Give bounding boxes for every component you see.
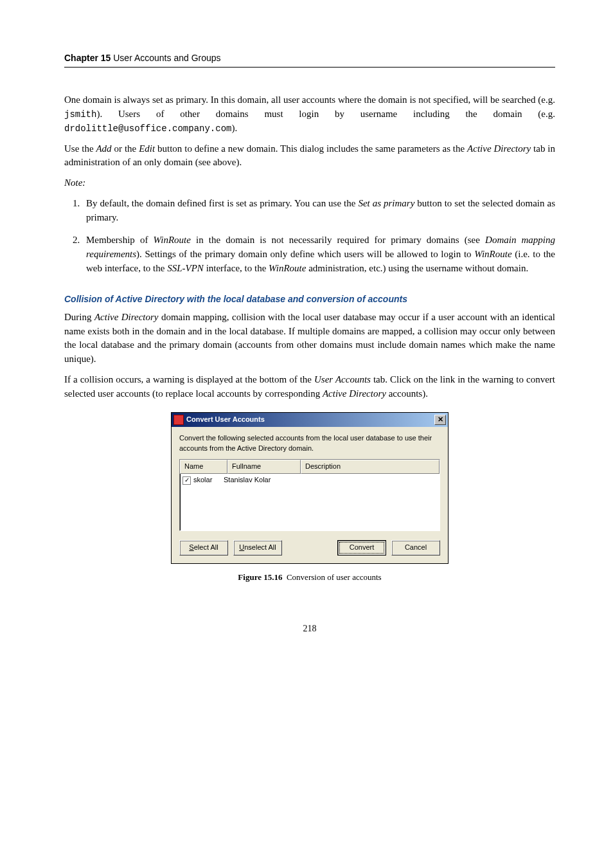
col-name[interactable]: Name [180, 460, 227, 474]
chapter-header: Chapter 15 User Accounts and Groups [64, 51, 555, 64]
chapter-number: Chapter 15 [64, 53, 111, 63]
figure-caption: Figure 15.16 Conversion of user accounts [64, 572, 555, 584]
col-description[interactable]: Description [301, 460, 440, 474]
paragraph-4: If a collision occurs, a warning is disp… [64, 373, 555, 401]
table-row[interactable]: ✓ skolar Stanislav Kolar [180, 474, 440, 487]
note-list: By default, the domain defined first is … [64, 197, 555, 276]
row-checkbox[interactable]: ✓ [182, 476, 191, 485]
section-heading: Collision of Active Directory with the l… [64, 293, 555, 305]
dialog-message: Convert the following selected accounts … [179, 433, 440, 454]
page-number: 218 [64, 622, 555, 635]
paragraph-3: During Active Directory domain mapping, … [64, 311, 555, 366]
paragraph-1: One domain is always set as primary. In … [64, 93, 555, 135]
close-icon[interactable]: ✕ [434, 415, 446, 425]
dialog-titlebar[interactable]: Convert User Accounts ✕ [172, 413, 448, 427]
unselect-all-button[interactable]: Unselect All [233, 540, 282, 556]
paragraph-2: Use the Add or the Edit button to define… [64, 142, 555, 170]
note-item-1: By default, the domain defined first is … [82, 197, 555, 225]
code-jsmith: jsmith [64, 109, 96, 120]
col-fullname[interactable]: Fullname [227, 460, 301, 474]
figure-text: Conversion of user accounts [287, 572, 382, 582]
figure-label: Figure 15.16 [238, 572, 282, 582]
accounts-listview[interactable]: Name Fullname Description ✓ skolar Stani… [179, 459, 440, 531]
convert-user-accounts-dialog: Convert User Accounts ✕ Convert the foll… [171, 412, 449, 564]
convert-button[interactable]: Convert [337, 540, 386, 556]
row-name: skolar [193, 475, 212, 485]
dialog-title: Convert User Accounts [186, 415, 434, 425]
code-email: drdolittle@usoffice.company.com [64, 123, 231, 134]
cancel-button[interactable]: Cancel [391, 540, 440, 556]
app-icon [173, 415, 184, 425]
select-all-button[interactable]: Select All [179, 540, 228, 556]
listview-header: Name Fullname Description [180, 460, 440, 474]
note-label: Note: [64, 176, 555, 190]
header-rule [64, 67, 555, 68]
row-fullname: Stanislav Kolar [224, 475, 292, 485]
note-item-2: Membership of WinRoute in the domain is … [82, 233, 555, 275]
chapter-title: User Accounts and Groups [113, 53, 220, 63]
